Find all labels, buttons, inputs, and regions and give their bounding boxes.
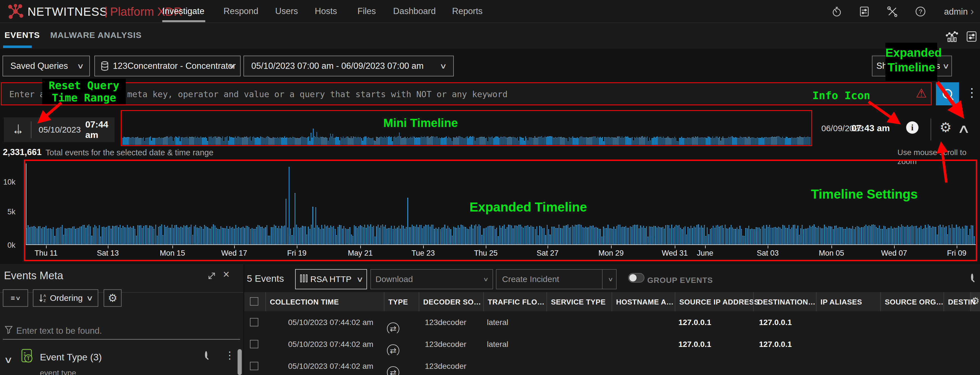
column-header[interactable]: TRAFFIC FLO… — [488, 298, 544, 306]
chevron-down-icon: ∨ — [608, 276, 613, 282]
select-all-checkbox[interactable] — [250, 297, 258, 306]
annotation-info-icon-label: Info Icon — [812, 89, 870, 102]
mini-timeline-controls: ↔ 05/10/2023 07:44 am — [4, 117, 115, 142]
x-tick-label: Fri 19 — [287, 249, 306, 258]
panel-settings-icon[interactable] — [966, 31, 977, 43]
chevron-down-icon: ∨ — [483, 276, 488, 282]
info-icon[interactable]: i — [906, 121, 918, 134]
column-header[interactable]: DESTIN — [948, 298, 975, 306]
column-divider — [943, 292, 944, 311]
x-tick-mark — [768, 246, 768, 248]
search-button[interactable] — [936, 82, 959, 105]
expand-panel-icon[interactable] — [207, 271, 216, 281]
warning-icon[interactable]: ⚠ — [916, 86, 927, 100]
query-kebab-menu-icon[interactable]: ⋮ — [966, 86, 978, 99]
annotation-mini-timeline-label: Mini Timeline — [383, 116, 458, 130]
column-header[interactable]: COLLECTION TIME — [270, 298, 339, 306]
column-header[interactable]: DECODER SO… — [423, 298, 481, 306]
timer-icon[interactable] — [831, 6, 842, 17]
nav-item-investigate[interactable]: Investigate — [162, 6, 204, 16]
cell-source-ip: 127.0.0.1 — [678, 340, 711, 349]
x-tick-label: Thu 11 — [35, 249, 57, 258]
tab-malware-analysis[interactable]: MALWARE ANALYSIS — [50, 30, 142, 40]
x-tick-label: Mon 15 — [160, 249, 185, 258]
meta-group-kebab-icon[interactable]: ⋮ — [224, 349, 235, 361]
user-menu[interactable]: admin — [944, 7, 968, 17]
timeline-settings-gear-icon[interactable]: ⚙ — [940, 121, 951, 134]
collapse-group-chevron-icon[interactable]: ∨ — [4, 354, 13, 365]
query-placeholder-end: meta key, operator and value or a query … — [127, 89, 508, 99]
x-tick-mark — [957, 246, 957, 248]
database-icon — [100, 61, 109, 71]
nav-item-dashboard[interactable]: Dashboard — [393, 6, 436, 16]
top-nav: NETWITNESS | Platform XDR InvestigateRes… — [0, 0, 980, 23]
tools-icon[interactable] — [887, 6, 898, 17]
tab-events[interactable]: EVENTS — [5, 30, 40, 40]
divider — [931, 118, 931, 140]
column-divider — [816, 292, 816, 311]
x-tick-mark — [234, 246, 235, 248]
time-range-selector[interactable]: 05/10/2023 07:00 am - 06/09/2023 07:00 a… — [243, 56, 454, 77]
table-row[interactable]: 05/10/2023 07:44:02 am⇄123decoder — [244, 355, 980, 375]
jobs-icon[interactable] — [859, 6, 870, 17]
reset-time-range-icon[interactable]: ↔ — [12, 123, 24, 137]
nav-item-hosts[interactable]: Hosts — [315, 6, 337, 16]
column-header[interactable]: SOURCE IP ADDRESS — [679, 298, 759, 306]
meta-view-selector-button[interactable]: ≡ ∨ — [3, 289, 28, 307]
nav-item-users[interactable]: Users — [275, 6, 298, 16]
nav-item-reports[interactable]: Reports — [452, 6, 483, 16]
x-tick-label: Sat 13 — [97, 249, 119, 258]
chart-icon[interactable] — [946, 31, 958, 43]
meta-filter-input[interactable]: Enter text to be found. — [16, 326, 102, 336]
ordering-button[interactable]: AZ Ordering ∨ — [33, 289, 98, 307]
query-input[interactable]: Enter a meta key, operator and value or … — [1, 82, 932, 105]
group-events-toggle[interactable] — [628, 273, 644, 282]
table-row[interactable]: 05/10/2023 07:44:02 am⇄123decoderlateral… — [244, 311, 980, 334]
meta-scrollbar[interactable] — [237, 349, 242, 375]
meta-settings-button[interactable]: ⚙ — [103, 289, 122, 307]
nav-item-files[interactable]: Files — [358, 6, 376, 16]
column-header[interactable]: SOURCE ORG… — [885, 298, 943, 306]
meta-group-title[interactable]: Event Type (3) — [40, 352, 102, 363]
column-group-dropdown[interactable]: RSA HTTP ∨ — [295, 269, 367, 289]
row-checkbox[interactable] — [250, 362, 258, 370]
saved-queries-dropdown[interactable]: Saved Queries ∨ — [3, 56, 90, 77]
range-start-date: 05/10/2023 — [39, 125, 81, 134]
create-incident-dropdown[interactable]: Create Incident ∨ — [496, 269, 617, 289]
cell-collection-time: 05/10/2023 07:44:02 am — [288, 340, 374, 349]
help-icon[interactable]: ? — [915, 6, 926, 17]
collapse-timeline-chevron-icon[interactable]: ∧ — [957, 121, 970, 136]
cell-collection-time: 05/10/2023 07:44:02 am — [288, 318, 374, 327]
column-header[interactable]: TYPE — [388, 298, 408, 306]
divider — [3, 339, 240, 340]
meta-group-search-icon[interactable] — [205, 351, 207, 358]
total-events-count: 2,331,661 — [3, 147, 41, 157]
download-dropdown[interactable]: Download ∨ — [371, 269, 493, 289]
column-header[interactable]: DESTINATION… — [757, 298, 815, 306]
row-checkbox[interactable] — [250, 318, 258, 326]
x-tick-mark — [360, 246, 361, 248]
column-header[interactable]: IP ALIASES — [821, 298, 862, 306]
table-search-icon[interactable] — [971, 274, 973, 281]
chevron-down-icon: ∨ — [228, 62, 235, 70]
filter-funnel-icon — [5, 325, 13, 335]
mini-timeline-chart[interactable] — [123, 129, 811, 145]
x-tick-mark — [547, 246, 548, 248]
saved-queries-label: Saved Queries — [10, 61, 68, 71]
x-tick-mark — [705, 246, 706, 248]
row-checkbox[interactable] — [250, 340, 258, 348]
table-row[interactable]: 05/10/2023 07:44:02 am⇄123decoderlateral… — [244, 333, 980, 356]
close-panel-icon[interactable]: × — [223, 268, 229, 281]
brand-name: NETWITNESS — [27, 5, 108, 19]
x-tick-label: Wed 17 — [221, 249, 247, 258]
service-selector[interactable]: 123Concentrator - Concentrator ∨ — [94, 56, 241, 77]
column-header[interactable]: HOSTNAME A… — [616, 298, 674, 306]
brand-separator: | — [105, 5, 107, 18]
user-chevron-icon[interactable]: › — [970, 6, 974, 18]
x-tick-mark — [894, 246, 895, 248]
cell-source-ip: 127.0.0.1 — [678, 318, 711, 327]
nav-item-respond[interactable]: Respond — [224, 6, 258, 16]
cell-traffic-flow: lateral — [487, 318, 508, 327]
column-header[interactable]: SERVICE TYPE — [551, 298, 606, 306]
x-tick-label: Sat 03 — [757, 249, 779, 258]
